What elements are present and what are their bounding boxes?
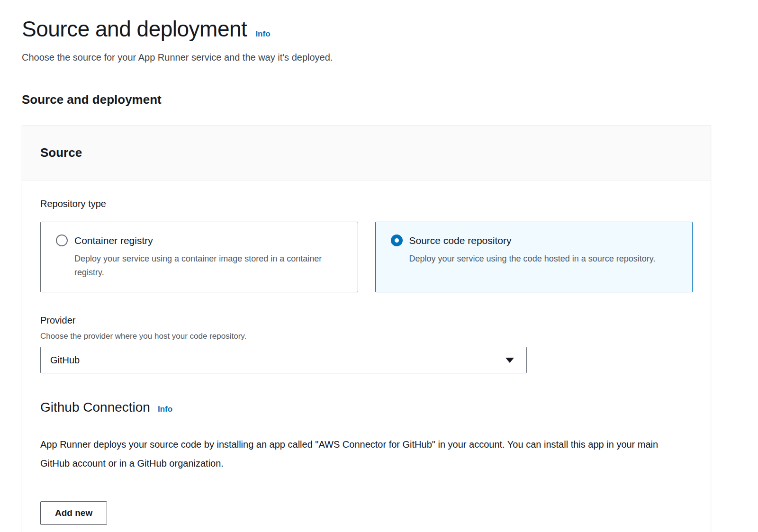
radio-unselected-icon[interactable] [56, 234, 68, 246]
github-connection-heading: Github Connection [40, 400, 150, 415]
page-title: Source and deployment [22, 16, 247, 42]
tile-container-registry-description: Deploy your service using a container im… [74, 252, 340, 280]
source-panel-header: Source [22, 126, 711, 180]
tile-source-code-repository-description: Deploy your service using the code hoste… [409, 252, 675, 266]
page-subtitle: Choose the source for your App Runner se… [22, 52, 735, 63]
provider-description: Choose the provider where you host your … [40, 332, 693, 341]
radio-selected-icon[interactable] [391, 234, 403, 246]
github-connection-header: Github Connection Info [40, 400, 693, 415]
chevron-down-icon [505, 358, 514, 363]
tile-container-registry[interactable]: Container registry Deploy your service u… [40, 222, 358, 292]
repository-type-tiles: Container registry Deploy your service u… [40, 222, 693, 292]
repository-type-label: Repository type [40, 198, 693, 209]
github-connection-info-link[interactable]: Info [158, 405, 172, 414]
tile-source-code-repository-title: Source code repository [409, 235, 512, 246]
provider-block: Provider Choose the provider where you h… [40, 315, 693, 373]
github-connection-body: App Runner deploys your source code by i… [40, 435, 689, 473]
source-panel-title: Source [40, 145, 82, 160]
source-panel: Source Repository type Container registr… [22, 125, 711, 532]
tile-container-registry-title: Container registry [74, 235, 153, 246]
source-and-deployment-page: Source and deployment Info Choose the so… [0, 0, 758, 532]
add-new-button[interactable]: Add new [40, 501, 107, 525]
section-heading: Source and deployment [22, 92, 735, 107]
provider-label: Provider [40, 315, 693, 326]
page-title-info-link[interactable]: Info [255, 29, 270, 39]
provider-select-value: GitHub [50, 355, 80, 366]
source-panel-body: Repository type Container registry Deplo… [22, 180, 711, 532]
page-header: Source and deployment Info [22, 16, 735, 42]
tile-source-code-repository-top: Source code repository [391, 234, 681, 246]
tile-container-registry-top: Container registry [56, 234, 346, 246]
provider-select[interactable]: GitHub [40, 347, 527, 373]
tile-source-code-repository[interactable]: Source code repository Deploy your servi… [375, 222, 693, 292]
